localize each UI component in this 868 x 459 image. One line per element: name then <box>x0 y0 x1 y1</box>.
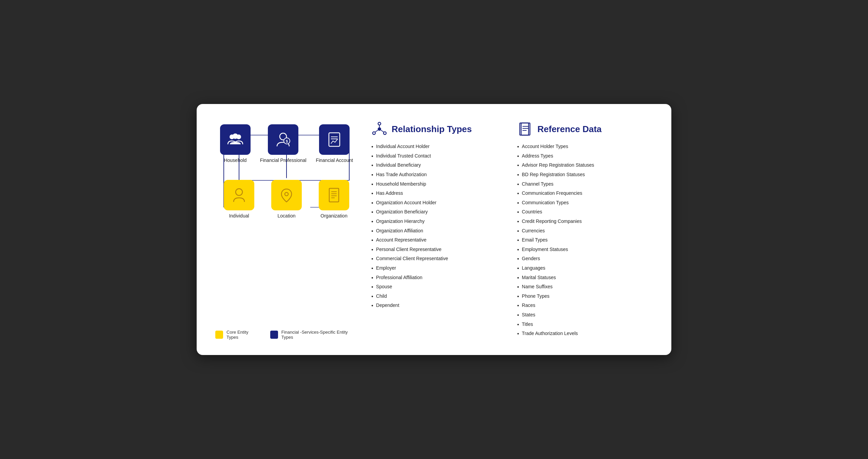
svg-point-22 <box>236 189 242 195</box>
list-item: Communication Frequencies <box>517 190 653 197</box>
list-item: Channel Types <box>517 181 653 188</box>
legend-fs-label: Financial -Services-Specific Entity Type… <box>281 330 358 340</box>
relationship-types-icon <box>371 121 388 137</box>
list-item: Communication Types <box>517 200 653 206</box>
slide-container: Household $ <box>197 104 671 355</box>
list-item: Child <box>371 293 507 300</box>
svg-point-15 <box>233 133 238 139</box>
list-item: Organization Affiliation <box>371 228 507 234</box>
relationship-types-header: Relationship Types <box>371 121 507 137</box>
list-item: Organization Account Holder <box>371 200 507 206</box>
svg-text:$: $ <box>286 139 288 143</box>
list-item: Genders <box>517 255 653 262</box>
list-item: Advisor Rep Registration Statuses <box>517 162 653 169</box>
svg-point-30 <box>378 122 381 125</box>
list-item: Countries <box>517 209 653 215</box>
diagram-area: Household $ <box>215 121 358 316</box>
svg-point-32 <box>383 132 386 134</box>
reference-data-panel: Reference Data Account Holder TypesAddre… <box>517 121 653 339</box>
organization-label: Organization <box>320 213 347 218</box>
list-item: Individual Account Holder <box>371 143 507 150</box>
entity-organization: Organization <box>319 180 349 218</box>
relationship-types-title: Relationship Types <box>392 124 472 134</box>
list-item: Languages <box>517 265 653 272</box>
svg-point-23 <box>285 192 288 196</box>
list-item: Spouse <box>371 284 507 290</box>
list-item: Dependent <box>371 302 507 309</box>
list-item: Address Types <box>517 153 653 160</box>
list-item: Phone Types <box>517 293 653 300</box>
reference-data-list: Account Holder TypesAddress TypesAdvisor… <box>517 143 653 337</box>
svg-line-34 <box>375 130 378 132</box>
list-item: Titles <box>517 321 653 328</box>
reference-data-header: Reference Data <box>517 121 653 137</box>
household-label: Household <box>224 158 246 163</box>
reference-data-icon <box>517 121 533 137</box>
individual-label: Individual <box>229 213 249 218</box>
svg-rect-24 <box>329 188 339 202</box>
svg-point-31 <box>373 132 375 134</box>
bottom-row: Individual Location <box>215 180 358 218</box>
list-item: Account Representative <box>371 237 507 244</box>
relationship-types-panel: Relationship Types Individual Account Ho… <box>371 121 507 339</box>
list-item: Has Trade Authorization <box>371 171 507 178</box>
list-item: Marital Statuses <box>517 274 653 281</box>
financial-professional-label: Financial Professional <box>260 158 307 163</box>
list-item: Trade Authorization Levels <box>517 330 653 337</box>
right-panels: Relationship Types Individual Account Ho… <box>371 121 653 339</box>
list-item: Email Types <box>517 237 653 244</box>
financial-professional-icon: $ <box>268 124 298 155</box>
list-item: BD Rep Registration Statuses <box>517 171 653 178</box>
diagram-rows: Household $ <box>215 124 358 218</box>
legend-core-box <box>215 331 223 339</box>
svg-line-35 <box>381 130 384 132</box>
list-item: Races <box>517 302 653 309</box>
location-icon <box>271 180 302 210</box>
household-icon <box>220 124 251 155</box>
relationship-types-list: Individual Account HolderIndividual Trus… <box>371 143 507 309</box>
svg-point-29 <box>378 127 381 131</box>
svg-rect-19 <box>329 133 340 146</box>
legend-fs: Financial -Services-Specific Entity Type… <box>270 330 358 340</box>
list-item: Account Holder Types <box>517 143 653 150</box>
top-row: Household $ <box>215 124 358 163</box>
list-item: Organization Hierarchy <box>371 218 507 225</box>
entity-financial-professional: $ Financial Professional <box>260 124 307 163</box>
list-item: Organization Beneficiary <box>371 209 507 215</box>
entity-financial-account: Financial Account <box>316 124 353 163</box>
list-item: Professional Affiliation <box>371 274 507 281</box>
list-item: Employer <box>371 265 507 272</box>
list-item: Household Membership <box>371 181 507 188</box>
individual-icon <box>224 180 254 210</box>
list-item: Name Suffixes <box>517 284 653 290</box>
list-item: States <box>517 312 653 318</box>
entity-individual: Individual <box>224 180 254 218</box>
left-panel: Household $ <box>215 121 358 339</box>
legend-core: Core Entity Types <box>215 330 260 340</box>
list-item: Personal Client Representative <box>371 246 507 253</box>
legend: Core Entity Types Financial -Services-Sp… <box>215 325 358 340</box>
organization-icon <box>319 180 349 210</box>
reference-data-title: Reference Data <box>537 124 601 134</box>
list-item: Has Address <box>371 190 507 197</box>
entity-location: Location <box>271 180 302 218</box>
list-item: Employment Statuses <box>517 246 653 253</box>
list-item: Credit Reporting Companies <box>517 218 653 225</box>
location-label: Location <box>278 213 296 218</box>
list-item: Commercial Client Representative <box>371 255 507 262</box>
list-item: Individual Beneficiary <box>371 162 507 169</box>
financial-account-label: Financial Account <box>316 158 353 163</box>
financial-account-icon <box>319 124 350 155</box>
list-item: Individual Trusted Contact <box>371 153 507 160</box>
entity-household: Household <box>220 124 251 163</box>
legend-core-label: Core Entity Types <box>226 330 260 340</box>
list-item: Currencies <box>517 228 653 234</box>
legend-fs-box <box>270 331 278 339</box>
diagram-wrapper: Household $ <box>215 124 358 218</box>
